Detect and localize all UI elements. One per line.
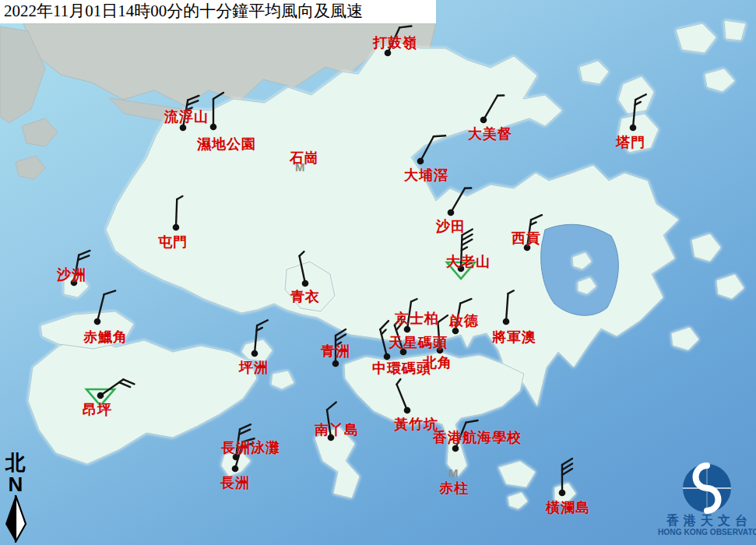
- wind-barb-tap-mun: [630, 93, 646, 131]
- wind-barb-wong-chuk-hang: [396, 379, 413, 413]
- station-label-cheung-chau: 長洲: [220, 476, 250, 490]
- station-label-kings-park: 京士柏: [395, 311, 439, 326]
- wind-barb-tsing-yi: [299, 251, 311, 287]
- station-label-stanley: 赤柱: [439, 481, 469, 496]
- station-label-ngong-ping: 昂坪: [83, 403, 112, 417]
- hko-logo: 香港天文台 HONG KONG OBSERVATORY: [658, 462, 756, 537]
- wind-barb-chek-lap-kok: [94, 288, 116, 325]
- wind-barb-peng-chau: [251, 319, 268, 357]
- hko-name-english: HONG KONG OBSERVATORY: [658, 528, 756, 537]
- station-label-tsing-yi: 青衣: [290, 290, 320, 304]
- wind-barb-tseung-kwan-o: [503, 290, 514, 325]
- station-label-wetland-park: 濕地公園: [197, 137, 256, 152]
- station-label-peng-chau: 坪洲: [239, 360, 269, 375]
- station-label-sha-tin: 沙田: [436, 220, 466, 234]
- compass-north-cjk: 北: [2, 452, 29, 474]
- wind-barb-sha-tin: [448, 185, 472, 216]
- station-label-ta-kwu-ling: 打鼓嶺: [373, 36, 417, 51]
- wind-barb-wetland-park: [210, 93, 223, 130]
- station-label-star-ferry-pier: 天星碼頭: [389, 336, 448, 350]
- map-title: 2022年11月01日14時00分的十分鐘平均風向及風速: [0, 0, 436, 23]
- wind-barb-tuen-mun: [173, 196, 183, 231]
- maintenance-marker-stanley: M: [448, 467, 459, 479]
- station-label-lamma-island: 南丫島: [315, 423, 359, 438]
- station-label-tai-po-kau: 大埔滘: [404, 168, 448, 183]
- station-label-sha-chau: 沙洲: [57, 268, 86, 283]
- station-label-tuen-mun: 屯門: [158, 235, 188, 250]
- station-label-tseung-kwan-o: 將軍澳: [492, 330, 536, 345]
- station-label-tap-mun: 塔門: [616, 135, 645, 150]
- maintenance-marker-shek-kong: M: [295, 161, 305, 173]
- wind-barb-tai-po-kau: [417, 131, 445, 166]
- compass: 北 N: [2, 452, 29, 545]
- station-label-green-island: 青洲: [321, 344, 350, 359]
- station-label-cheung-chau-beach: 長洲泳灘: [221, 441, 280, 455]
- station-label-waglan-island: 橫瀾島: [546, 501, 590, 515]
- station-label-wong-chuk-hang: 黃竹坑: [394, 417, 438, 432]
- wind-map-stage: 打鼓嶺流浮山濕地公園石崗M大美督塔門大埔滘沙田屯門西貢沙洲大老山青衣赤鱲角京士柏…: [0, 0, 756, 545]
- wind-barb-layer: [0, 0, 756, 545]
- wind-barb-waglan-island: [559, 459, 572, 496]
- station-label-chek-lap-kok: 赤鱲角: [83, 330, 128, 345]
- hko-logo-icon: [680, 462, 734, 514]
- station-label-sai-kung: 西貢: [512, 231, 541, 246]
- north-arrow-icon: [4, 494, 27, 543]
- wind-barb-tai-mei-tuk: [480, 93, 505, 123]
- compass-north-letter: N: [2, 474, 29, 494]
- station-label-tai-mei-tuk: 大美督: [468, 127, 512, 142]
- hko-name-chinese: 香港天文台: [663, 514, 756, 528]
- station-label-tates-cairn: 大老山: [446, 255, 491, 269]
- station-label-north-point: 北角: [423, 356, 452, 371]
- station-label-hk-sea-school: 香港航海學校: [433, 431, 522, 445]
- station-label-lau-fau-shan: 流浮山: [164, 110, 209, 125]
- station-label-kai-tak: 啟德: [449, 314, 479, 329]
